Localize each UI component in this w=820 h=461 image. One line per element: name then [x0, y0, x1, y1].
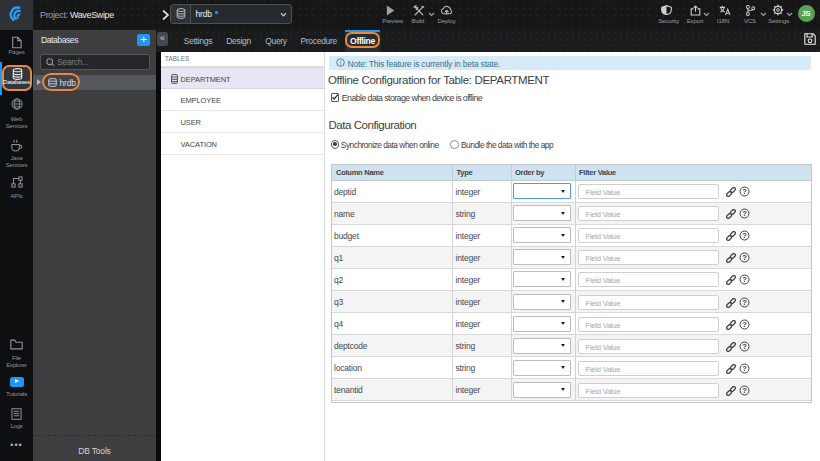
svg-text:?: ?	[742, 276, 747, 285]
svg-text:?: ?	[742, 209, 747, 218]
svg-text:?: ?	[742, 386, 747, 395]
svg-text:?: ?	[742, 298, 747, 307]
svg-text:?: ?	[742, 253, 747, 262]
svg-text:?: ?	[742, 187, 747, 196]
svg-text:?: ?	[742, 320, 747, 329]
svg-text:?: ?	[742, 231, 747, 240]
svg-text:i: i	[339, 59, 340, 66]
svg-text:?: ?	[742, 364, 747, 373]
svg-text:?: ?	[742, 342, 747, 351]
